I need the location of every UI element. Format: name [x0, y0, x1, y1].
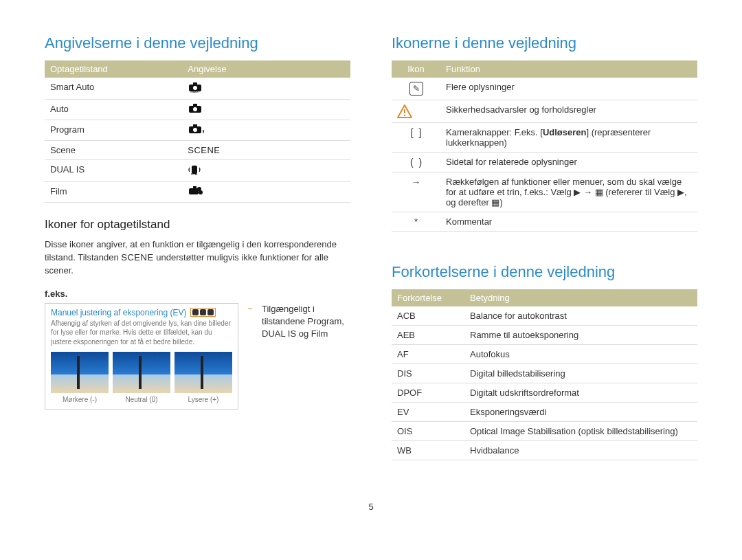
- arrow-icon: →: [412, 177, 421, 188]
- film-icon: [207, 309, 214, 315]
- abbr-cell: DIS: [392, 364, 464, 383]
- th-indication: Angivelse: [182, 60, 350, 78]
- indications-table: Optagetilstand Angivelse Smart Auto SMAR…: [45, 60, 350, 203]
- abbr-cell: AF: [392, 345, 464, 364]
- func-cell: Kommentar: [440, 212, 697, 232]
- svg-point-9: [193, 128, 197, 132]
- abbr-cell: OIS: [392, 422, 464, 441]
- table-row: AFAutofokus: [392, 345, 697, 364]
- func-cell: Rækkefølgen af funktioner eller menuer, …: [440, 172, 697, 212]
- table-row: ( ) Sidetal for relaterede oplysninger: [392, 153, 697, 172]
- note-icon: [409, 82, 423, 96]
- svg-point-19: [404, 115, 405, 116]
- func-cell: Kameraknapper: F.eks. [Udløseren] (repræ…: [440, 123, 697, 153]
- icon-cell: ( ): [392, 153, 440, 172]
- camera-p-icon: P: [188, 124, 204, 136]
- meaning-cell: Autofokus: [464, 345, 697, 364]
- table-row: Flere oplysninger: [392, 78, 697, 100]
- table-row: DUAL IS DUAL: [45, 160, 350, 182]
- table-row: EVEksponeringsværdi: [392, 403, 697, 422]
- svg-rect-1: [193, 82, 197, 85]
- callout-leader: [248, 309, 252, 309]
- abbr-cell: ACB: [392, 306, 464, 326]
- dual-is-icon: [200, 309, 206, 315]
- film-icon: [188, 186, 203, 198]
- thumb-image: [175, 352, 232, 393]
- mode-cell: Auto: [45, 100, 182, 120]
- camera-p-icon: [192, 309, 199, 315]
- table-row: Smart Auto SMART: [45, 78, 350, 100]
- scene-icon-inline: SCENE: [121, 252, 153, 262]
- icon-cell: DUAL: [182, 160, 350, 182]
- icon-cell: [392, 100, 440, 123]
- icon-cell: →: [392, 172, 440, 212]
- func-cell: Flere oplysninger: [440, 78, 697, 100]
- svg-text:SMART: SMART: [190, 90, 200, 93]
- modeicons-paragraph: Disse ikoner angiver, at en funktion er …: [45, 238, 350, 278]
- example-label: f.eks.: [45, 289, 350, 299]
- thumb-image: [51, 352, 109, 393]
- svg-rect-5: [193, 104, 197, 107]
- meaning-cell: Ramme til autoeksponering: [464, 326, 697, 345]
- meaning-cell: Eksponeringsværdi: [464, 403, 697, 422]
- example-caption: Tilgængeligt i tilstandene Program, DUAL…: [262, 303, 350, 341]
- section-title-indications: Angivelserne i denne vejledning: [45, 34, 350, 52]
- meaning-cell: Balance for autokontrast: [464, 306, 697, 326]
- svg-point-16: [199, 190, 203, 194]
- th-abbr: Forkortelse: [392, 289, 464, 306]
- table-row: * Kommentar: [392, 212, 697, 232]
- dual-is-icon: DUAL: [188, 164, 201, 177]
- page-number: 5: [45, 502, 697, 512]
- example-title: Manuel justering af eksponering (EV): [51, 308, 186, 317]
- thumb-caption: Neutral (0): [125, 396, 157, 403]
- example-body: Afhængig af styrken af det omgivende lys…: [51, 319, 232, 347]
- th-func: Funktion: [440, 60, 697, 78]
- table-row: [ ] Kameraknapper: F.eks. [Udløseren] (r…: [392, 123, 697, 153]
- icon-cell: P: [182, 120, 350, 141]
- scene-icon: SCENE: [188, 145, 220, 155]
- asterisk-icon: *: [414, 216, 418, 227]
- icons-table: Ikon Funktion Flere oplysninger: [392, 60, 697, 232]
- table-row: WBHvidbalance: [392, 441, 697, 460]
- abbr-cell: WB: [392, 441, 464, 460]
- example-thumb: Lysere (+): [175, 352, 232, 403]
- svg-text:DUAL: DUAL: [191, 172, 199, 175]
- table-row: Program P: [45, 120, 350, 141]
- icon-cell: [182, 100, 350, 120]
- svg-rect-13: [189, 188, 199, 194]
- example-box: Manuel justering af eksponering (EV) Afh…: [45, 303, 238, 410]
- mode-cell: Program: [45, 120, 182, 141]
- mode-cell: Film: [45, 182, 182, 203]
- meaning-cell: Optical Image Stabilisation (optisk bill…: [464, 422, 697, 441]
- table-row: Sikkerhedsadvarsler og forholdsregler: [392, 100, 697, 123]
- abbr-cell: AEB: [392, 326, 464, 345]
- table-row: ACBBalance for autokontrast: [392, 306, 697, 326]
- table-row: AEBRamme til autoeksponering: [392, 326, 697, 345]
- example-thumb: Mørkere (-): [51, 352, 109, 403]
- icon-cell: [182, 182, 350, 203]
- mode-cell: Smart Auto: [45, 78, 182, 100]
- th-mode: Optagetilstand: [45, 60, 182, 78]
- section-title-abbr: Forkortelserne i denne vejledning: [392, 263, 697, 281]
- square-brackets-icon: [ ]: [411, 127, 422, 138]
- warning-icon: [397, 104, 435, 118]
- thumb-caption: Lysere (+): [188, 396, 219, 403]
- svg-text:P: P: [203, 129, 204, 134]
- icon-cell: SMART: [182, 78, 350, 100]
- icon-cell: *: [392, 212, 440, 232]
- func-cell: Sidetal for relaterede oplysninger: [440, 153, 697, 172]
- icon-cell: [392, 78, 440, 100]
- mode-cell: DUAL IS: [45, 160, 182, 182]
- svg-point-6: [193, 107, 197, 111]
- table-row: Auto: [45, 100, 350, 120]
- meaning-cell: Digital billedstabilisering: [464, 364, 697, 383]
- modeicons-heading: Ikoner for optagetilstand: [45, 218, 350, 232]
- abbr-cell: DPOF: [392, 383, 464, 403]
- th-meaning: Betydning: [464, 289, 697, 306]
- table-row: OISOptical Image Stabilisation (optisk b…: [392, 422, 697, 441]
- meaning-cell: Hvidbalance: [464, 441, 697, 460]
- section-title-icons: Ikonerne i denne vejledning: [392, 34, 697, 52]
- icon-cell: [ ]: [392, 123, 440, 153]
- parentheses-icon: ( ): [410, 157, 422, 168]
- meaning-cell: Digitalt udskriftsordreformat: [464, 383, 697, 403]
